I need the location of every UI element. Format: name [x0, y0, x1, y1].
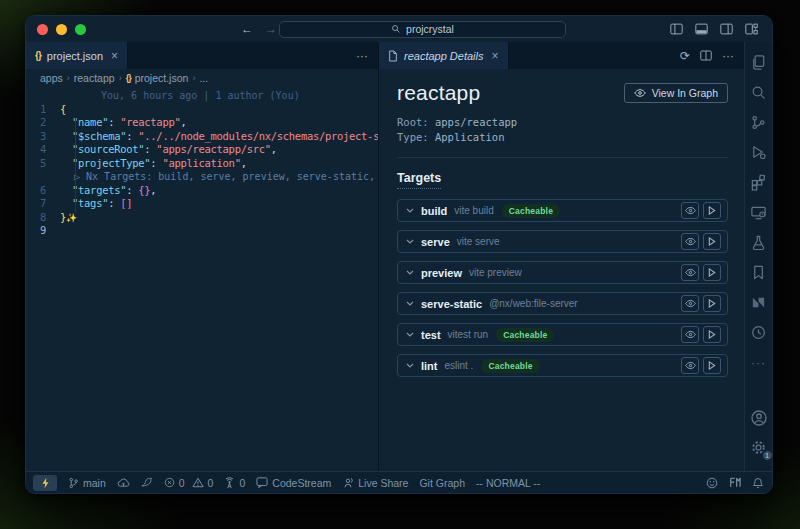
toggle-panel-icon[interactable] — [695, 23, 708, 35]
run-target-button[interactable] — [703, 357, 721, 374]
problems-item[interactable]: 0 0 — [164, 477, 214, 489]
extensions-icon[interactable] — [747, 170, 771, 195]
eye-icon — [685, 206, 696, 215]
toggle-secondary-sidebar-icon[interactable] — [720, 23, 733, 35]
cacheable-badge: Cacheable — [481, 359, 539, 373]
run-target-button[interactable] — [703, 295, 721, 312]
type-value: Application — [435, 131, 505, 143]
ports-item[interactable]: 0 — [224, 477, 245, 489]
additional-views-icon[interactable]: ··· — [747, 350, 771, 375]
settings-gear-icon[interactable]: 1 — [747, 435, 771, 460]
tab-project-json[interactable]: {} project.json × — [26, 42, 128, 69]
explorer-icon[interactable] — [747, 50, 771, 75]
sparkle-icon[interactable]: ✨ — [66, 213, 77, 223]
command-center-search[interactable]: projcrystal — [279, 21, 566, 38]
eye-icon — [634, 88, 646, 98]
close-tab-icon[interactable]: × — [111, 49, 118, 63]
chevron-down-icon[interactable] — [406, 301, 414, 306]
minimize-window-button[interactable] — [56, 24, 67, 35]
view-in-graph-button[interactable]: View In Graph — [624, 83, 728, 103]
run-target-button[interactable] — [703, 202, 721, 219]
vim-mode-indicator[interactable]: -- NORMAL -- — [476, 477, 540, 489]
split-editor-icon[interactable] — [700, 50, 712, 61]
formatter-status-item[interactable] — [729, 477, 741, 488]
history-nav: ← → — [241, 22, 277, 36]
show-config-button[interactable] — [681, 233, 699, 250]
back-arrow-icon[interactable]: ← — [241, 22, 253, 36]
project-meta: Root: apps/reactapp Type: Application — [397, 115, 728, 145]
git-branch-item[interactable]: main — [68, 477, 106, 489]
vscode-window: ← → projcrystal {} project.json × — [25, 15, 773, 494]
tab-reactapp-details[interactable]: reactapp Details × — [379, 42, 509, 69]
testing-beaker-icon[interactable] — [747, 230, 771, 255]
history-icon[interactable] — [747, 320, 771, 345]
source-control-icon[interactable] — [747, 110, 771, 135]
settings-badge: 1 — [762, 450, 773, 461]
chevron-down-icon[interactable] — [406, 363, 414, 368]
target-row-test[interactable]: test vitest run Cacheable — [397, 323, 728, 346]
copilot-bird-item[interactable] — [141, 477, 153, 488]
tab-label: reactapp Details — [404, 50, 484, 62]
breadcrumb-project-json[interactable]: project.json — [135, 72, 189, 84]
feedback-smiley-item[interactable] — [706, 477, 718, 489]
run-target-button[interactable] — [703, 233, 721, 250]
nx-console-icon[interactable] — [747, 290, 771, 315]
codestream-item[interactable]: CodeStream — [256, 477, 331, 489]
close-window-button[interactable] — [37, 24, 48, 35]
live-share-item[interactable]: Live Share — [342, 477, 408, 489]
show-config-button[interactable] — [681, 357, 699, 374]
root-value: apps/reactapp — [435, 116, 517, 128]
breadcrumb-apps[interactable]: apps — [40, 72, 63, 84]
more-editor-actions-icon[interactable]: ··· — [356, 49, 368, 63]
forward-arrow-icon[interactable]: → — [265, 22, 277, 36]
editor-group-left: {} project.json × ··· apps › reactapp › … — [26, 42, 379, 471]
account-icon[interactable] — [747, 405, 771, 430]
run-target-button[interactable] — [703, 326, 721, 343]
remote-indicator[interactable] — [33, 475, 57, 491]
publish-changes-item[interactable] — [117, 477, 130, 488]
notifications-bell-item[interactable] — [752, 477, 764, 489]
remote-explorer-icon[interactable] — [747, 200, 771, 225]
eye-icon — [685, 268, 696, 277]
bookmarks-icon[interactable] — [747, 260, 771, 285]
play-icon — [708, 330, 716, 339]
eye-icon — [685, 299, 696, 308]
targets-heading: Targets — [397, 171, 441, 189]
run-target-button[interactable] — [703, 264, 721, 281]
target-row-serve-static[interactable]: serve-static @nx/web:file-server — [397, 292, 728, 315]
search-icon[interactable] — [747, 80, 771, 105]
nx-targets-codelens[interactable]: ▷ Nx Targets: build, serve, preview, ser… — [26, 170, 378, 184]
branch-icon — [68, 477, 79, 489]
toggle-primary-sidebar-icon[interactable] — [670, 23, 683, 35]
customize-layout-icon[interactable] — [745, 23, 758, 35]
chevron-down-icon[interactable] — [406, 208, 414, 213]
target-row-build[interactable]: build vite build Cacheable — [397, 199, 728, 222]
chevron-down-icon[interactable] — [406, 270, 414, 275]
maximize-window-button[interactable] — [75, 24, 86, 35]
project-details-panel: reactapp View In Graph Root: apps/reacta… — [379, 69, 744, 471]
target-row-lint[interactable]: lint eslint . Cacheable — [397, 354, 728, 377]
line-number: 4 — [26, 143, 60, 157]
breadcrumb[interactable]: apps › reactapp › {} project.json › ... — [26, 69, 378, 87]
more-editor-actions-icon[interactable]: ··· — [722, 49, 734, 63]
chevron-down-icon[interactable] — [406, 239, 414, 244]
breadcrumb-reactapp[interactable]: reactapp — [74, 72, 115, 84]
target-row-serve[interactable]: serve vite serve — [397, 230, 728, 253]
show-config-button[interactable] — [681, 202, 699, 219]
run-and-debug-icon[interactable] — [747, 140, 771, 165]
play-icon — [708, 299, 716, 308]
smiley-icon — [706, 477, 718, 489]
target-row-preview[interactable]: preview vite preview — [397, 261, 728, 284]
close-tab-icon[interactable]: × — [492, 49, 499, 63]
show-config-button[interactable] — [681, 326, 699, 343]
show-config-button[interactable] — [681, 264, 699, 281]
refresh-icon[interactable]: ⟳ — [680, 49, 690, 63]
git-graph-item[interactable]: Git Graph — [419, 477, 465, 489]
breadcrumb-symbol[interactable]: ... — [199, 72, 208, 84]
code-editor[interactable]: You, 6 hours ago | 1 author (You) 1{ 2 "… — [26, 87, 378, 471]
chevron-down-icon[interactable] — [406, 332, 414, 337]
activity-bar: ··· 1 — [744, 42, 772, 471]
show-config-button[interactable] — [681, 295, 699, 312]
play-icon — [708, 361, 716, 370]
search-icon — [391, 24, 401, 34]
